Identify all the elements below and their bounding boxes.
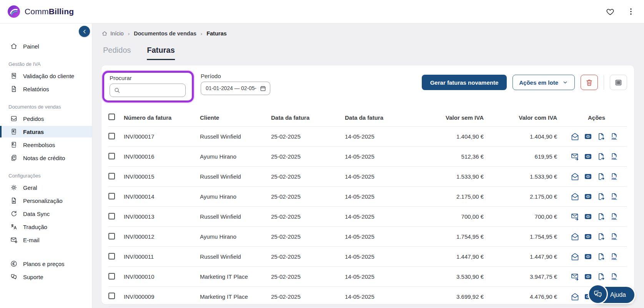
export-pdf-action[interactable] <box>597 152 606 161</box>
send-email-action[interactable] <box>571 192 580 201</box>
calendar-icon <box>260 85 266 92</box>
row-checkbox[interactable] <box>108 293 115 299</box>
gross-amount: 1.404,90 € <box>484 133 557 140</box>
send-email-action[interactable] <box>571 232 580 241</box>
credit-note-icon <box>10 154 18 162</box>
sidebar-item-relatorios[interactable]: Relatórios <box>0 83 92 95</box>
row-checkbox[interactable] <box>108 213 115 219</box>
export-xml-action[interactable]: XML <box>610 172 619 181</box>
breadcrumb-item-documentos-de-vendas[interactable]: Documentos de vendas <box>134 30 196 37</box>
send-email-action[interactable] <box>571 292 580 301</box>
send-email-action[interactable] <box>571 152 580 161</box>
invoice-number: INV/000013 <box>124 213 200 220</box>
export-pdf-action[interactable] <box>597 232 606 241</box>
row-checkbox[interactable] <box>108 233 115 239</box>
columns-settings-button[interactable] <box>610 75 627 90</box>
row-actions: XML <box>557 152 627 161</box>
row-actions: XML <box>557 272 627 281</box>
sidebar-collapse-button[interactable] <box>79 26 90 37</box>
sidebar-item-notas-de-credito[interactable]: Notas de crédito <box>0 152 92 164</box>
customize-icon <box>10 197 18 204</box>
view-invoice-action[interactable] <box>584 192 593 201</box>
row-checkbox[interactable] <box>108 173 115 179</box>
view-invoice-action[interactable] <box>584 152 593 161</box>
send-email-action[interactable] <box>571 252 580 261</box>
client-name: Marketing IT Place <box>200 293 271 300</box>
sidebar-item-faturas[interactable]: Faturas <box>0 126 92 137</box>
sidebar-item-planos-e-precos[interactable]: Planos e preços <box>0 258 92 270</box>
view-invoice-action[interactable] <box>584 232 593 241</box>
sidebar-item-e-mail[interactable]: E-mail <box>0 234 92 246</box>
export-pdf-action[interactable] <box>597 192 606 201</box>
export-xml-action[interactable]: XML <box>610 272 619 281</box>
kebab-menu-icon[interactable] <box>626 7 636 16</box>
export-xml-action[interactable]: XML <box>610 132 619 141</box>
client-name: Ayumu Hirano <box>200 153 271 160</box>
select-all-checkbox[interactable] <box>108 114 115 120</box>
help-button[interactable]: Ajuda <box>592 287 634 303</box>
net-amount: 2.175,00 € <box>410 193 484 200</box>
sidebar-item-painel[interactable]: Painel <box>0 40 92 52</box>
export-pdf-action[interactable] <box>597 212 606 221</box>
invoices-card: Procurar Período 01-01-2024 — 02-05-202 <box>102 65 634 304</box>
sidebar-item-data-sync[interactable]: Data Sync <box>0 208 92 219</box>
gross-amount: 4.476,90 € <box>484 293 557 300</box>
sidebar-item-suporte[interactable]: Suporte <box>0 271 92 283</box>
export-pdf-action[interactable] <box>597 132 606 141</box>
delete-button[interactable] <box>581 75 598 90</box>
heart-icon[interactable] <box>606 7 615 16</box>
row-checkbox[interactable] <box>108 153 115 159</box>
sidebar-item-reembolsos[interactable]: Reembolsos <box>0 139 92 151</box>
row-checkbox[interactable] <box>108 273 115 280</box>
invoices-table: Número da fatura Cliente Data da fatura … <box>108 109 627 306</box>
sidebar-item-validacao-do-cliente[interactable]: Validação do cliente <box>0 70 92 82</box>
sidebar-item-personalizacao[interactable]: Personalização <box>0 195 92 206</box>
send-email-action[interactable] <box>571 132 580 141</box>
sidebar-item-traducao[interactable]: Tradução <box>0 221 92 233</box>
view-icon <box>584 192 592 201</box>
gear-icon <box>10 184 18 191</box>
regenerate-invoices-button[interactable]: Gerar faturas novamente <box>422 75 507 90</box>
sidebar-item-label: Pedidos <box>23 116 44 122</box>
row-checkbox[interactable] <box>108 253 115 259</box>
breadcrumb-separator: › <box>201 31 202 37</box>
send-email-action[interactable] <box>571 172 580 181</box>
batch-actions-button[interactable]: Ações em lote <box>513 75 575 90</box>
columns-icon <box>614 79 622 87</box>
tab-faturas[interactable]: Faturas <box>147 46 175 60</box>
tab-pedidos[interactable]: Pedidos <box>103 46 131 60</box>
view-invoice-action[interactable] <box>584 172 593 181</box>
receipt-percent-icon <box>10 72 18 80</box>
export-xml-action[interactable]: XML <box>610 252 619 261</box>
export-pdf-action[interactable] <box>597 272 606 281</box>
col-header-client: Cliente <box>200 114 271 121</box>
send-email-action[interactable] <box>571 272 580 281</box>
breadcrumb-home[interactable]: Início <box>102 30 124 37</box>
export-xml-action[interactable]: XML <box>610 232 619 241</box>
row-checkbox[interactable] <box>108 133 115 139</box>
row-checkbox[interactable] <box>108 193 115 199</box>
period-date-range-field[interactable]: 01-01-2024 — 02-05-202 <box>201 82 270 95</box>
net-amount: 3.699,92 € <box>410 293 484 300</box>
sidebar-item-geral[interactable]: Geral <box>0 182 92 193</box>
export-doc-icon <box>597 192 606 201</box>
view-invoice-action[interactable] <box>584 132 593 141</box>
export-xml-action[interactable]: XML <box>610 212 619 221</box>
invoice-number: INV/000011 <box>124 253 200 260</box>
view-invoice-action[interactable] <box>584 272 593 281</box>
view-invoice-action[interactable] <box>584 212 593 221</box>
export-pdf-action[interactable] <box>597 172 606 181</box>
view-invoice-action[interactable] <box>584 252 593 261</box>
breadcrumb: Início ›Documentos de vendas›Faturas <box>102 30 634 37</box>
export-pdf-action[interactable] <box>597 252 606 261</box>
export-xml-action[interactable]: XML <box>610 152 619 161</box>
export-xml-action[interactable]: XML <box>610 192 619 201</box>
row-actions: XML <box>557 132 627 141</box>
search-input[interactable] <box>110 84 186 97</box>
support-icon <box>10 273 18 281</box>
inbox-icon <box>10 115 18 122</box>
table-row: INV/000016Ayumu Hirano25-02-202514-05-20… <box>108 146 627 166</box>
send-email-action[interactable] <box>571 212 580 221</box>
sidebar-item-pedidos[interactable]: Pedidos <box>0 113 92 124</box>
inbox-icon <box>10 115 18 122</box>
